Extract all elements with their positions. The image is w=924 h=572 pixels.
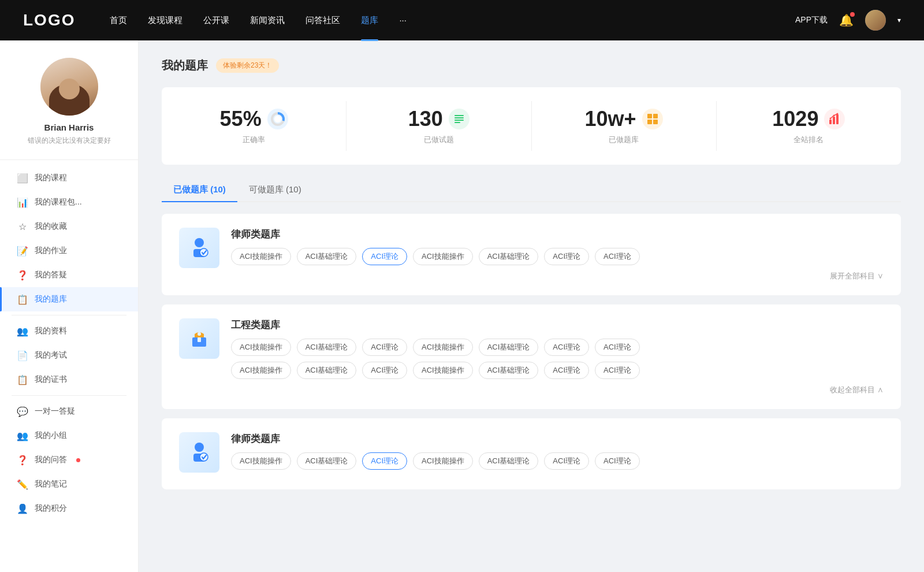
avatar[interactable] — [865, 10, 886, 31]
svg-rect-7 — [647, 114, 652, 118]
tag-aci-basic-theory-2[interactable]: ACI基础理论 — [479, 248, 539, 265]
qbank-tags-lawyer2: ACI技能操作 ACI基础理论 ACI理论 ACI技能操作 ACI基础理论 AC… — [231, 452, 884, 470]
eng-tag-6[interactable]: ACI理论 — [544, 339, 589, 356]
nav-links: 首页 发现课程 公开课 新闻资讯 问答社区 题库 ··· — [110, 15, 795, 26]
sidebar-label-my-course: 我的课程 — [35, 173, 67, 183]
l2-tag-6[interactable]: ACI理论 — [544, 452, 589, 470]
nav-qbank[interactable]: 题库 — [361, 15, 378, 26]
logo: LOGO — [23, 11, 75, 29]
chat-icon: 💬 — [17, 406, 28, 417]
tag-aci-theory-active[interactable]: ACI理论 — [362, 248, 407, 265]
qbank-icon-lawyer2 — [179, 432, 219, 473]
sidebar-label-my-exam: 我的考试 — [35, 350, 67, 361]
question-icon: ❓ — [17, 455, 28, 465]
sidebar-item-my-favorite[interactable]: ☆ 我的收藏 — [0, 214, 138, 239]
eng-tag-4[interactable]: ACI技能操作 — [413, 339, 473, 356]
sidebar-item-my-questions[interactable]: ❓ 我的问答 — [0, 448, 138, 472]
sidebar-label-my-questions: 我的问答 — [35, 455, 67, 465]
qbank-expand-lawyer1[interactable]: 展开全部科目 ∨ — [231, 271, 884, 281]
eng-tag-7[interactable]: ACI理论 — [595, 339, 640, 356]
stat-done-banks-label: 已做题库 — [609, 135, 639, 145]
chevron-down-icon[interactable]: ▾ — [897, 16, 901, 24]
list-icon — [449, 109, 470, 129]
nav-qa[interactable]: 问答社区 — [305, 15, 340, 26]
svg-point-25 — [200, 453, 208, 461]
notification-bell[interactable]: 🔔 — [839, 13, 854, 27]
notes-icon: ✏️ — [17, 479, 28, 489]
course-icon: ⬜ — [17, 173, 28, 183]
stat-done-banks: 10w+ 已做题库 — [532, 101, 717, 151]
navbar: LOGO 首页 发现课程 公开课 新闻资讯 问答社区 题库 ··· APP下载 … — [0, 0, 924, 40]
svg-rect-9 — [647, 120, 652, 124]
sidebar-menu: ⬜ 我的课程 📊 我的课程包... ☆ 我的收藏 📝 我的作业 ❓ 我的答疑 📋 — [0, 160, 138, 526]
l2-tag-4[interactable]: ACI技能操作 — [413, 452, 473, 470]
qbank-content-lawyer2: 律师类题库 ACI技能操作 ACI基础理论 ACI理论 ACI技能操作 ACI基… — [231, 432, 884, 476]
qbank-card-lawyer2: 律师类题库 ACI技能操作 ACI基础理论 ACI理论 ACI技能操作 ACI基… — [162, 418, 901, 489]
tag-aci-tech-op-2[interactable]: ACI技能操作 — [413, 248, 473, 265]
tag-aci-tech-op[interactable]: ACI技能操作 — [231, 248, 291, 265]
qbank-icon: 📋 — [17, 294, 28, 304]
eng-tag-9[interactable]: ACI基础理论 — [297, 362, 357, 379]
stat-rank: 1029 全站排名 — [717, 101, 901, 151]
sidebar-item-my-package[interactable]: 📊 我的课程包... — [0, 190, 138, 214]
sidebar-item-my-cert[interactable]: 📋 我的证书 — [0, 367, 138, 392]
tab-done[interactable]: 已做题库 (10) — [162, 179, 237, 201]
eng-tag-5[interactable]: ACI基础理论 — [479, 339, 539, 356]
sidebar-label-my-notes: 我的笔记 — [35, 479, 67, 489]
l2-tag-1[interactable]: ACI技能操作 — [231, 452, 291, 470]
sidebar-item-my-exam[interactable]: 📄 我的考试 — [0, 343, 138, 367]
qbank-name-lawyer2: 律师类题库 — [231, 432, 884, 445]
qbank-expand-engineer1[interactable]: 收起全部科目 ∧ — [231, 385, 884, 395]
stat-done-banks-row: 10w+ — [585, 107, 663, 131]
sidebar-label-one-on-one: 一对一答疑 — [35, 406, 75, 417]
sidebar-item-my-points[interactable]: 👤 我的积分 — [0, 496, 138, 521]
sidebar-item-my-qa[interactable]: ❓ 我的答疑 — [0, 263, 138, 287]
nav-discover[interactable]: 发现课程 — [148, 15, 182, 26]
sidebar-profile: Brian Harris 错误的决定比没有决定要好 — [0, 58, 138, 160]
stat-rank-row: 1029 — [772, 107, 845, 131]
eng-tag-2[interactable]: ACI基础理论 — [297, 339, 357, 356]
svg-point-2 — [274, 116, 281, 122]
nav-home[interactable]: 首页 — [110, 15, 127, 26]
sidebar-item-my-notes[interactable]: ✏️ 我的笔记 — [0, 472, 138, 496]
main-content: 我的题库 体验剩余23天！ 55% 正确率 — [139, 40, 924, 572]
profile-avatar — [40, 58, 98, 116]
nav-open[interactable]: 公开课 — [203, 15, 229, 26]
eng-tag-11[interactable]: ACI技能操作 — [413, 362, 473, 379]
eng-tag-14[interactable]: ACI理论 — [595, 362, 640, 379]
tag-aci-theory-2[interactable]: ACI理论 — [544, 248, 589, 265]
l2-tag-2[interactable]: ACI基础理论 — [297, 452, 357, 470]
eng-tag-10[interactable]: ACI理论 — [362, 362, 407, 379]
trial-badge: 体验剩余23天！ — [216, 58, 279, 73]
sidebar-item-my-qbank[interactable]: 📋 我的题库 — [0, 287, 138, 311]
nav-news[interactable]: 新闻资讯 — [250, 15, 285, 26]
sidebar-item-my-course[interactable]: ⬜ 我的课程 — [0, 166, 138, 190]
svg-point-17 — [195, 238, 204, 247]
svg-point-15 — [833, 115, 835, 117]
page-container: Brian Harris 错误的决定比没有决定要好 ⬜ 我的课程 📊 我的课程包… — [0, 40, 924, 572]
tag-aci-basic-theory[interactable]: ACI基础理论 — [297, 248, 357, 265]
sidebar-item-one-on-one[interactable]: 💬 一对一答疑 — [0, 399, 138, 424]
l2-tag-5[interactable]: ACI基础理论 — [479, 452, 539, 470]
eng-tag-3[interactable]: ACI理论 — [362, 339, 407, 356]
sidebar-divider-1 — [12, 315, 126, 315]
l2-tag-7[interactable]: ACI理论 — [595, 452, 640, 470]
sidebar: Brian Harris 错误的决定比没有决定要好 ⬜ 我的课程 📊 我的课程包… — [0, 40, 139, 572]
qbank-icon-lawyer — [179, 228, 219, 268]
eng-tag-1[interactable]: ACI技能操作 — [231, 339, 291, 356]
tab-todo[interactable]: 可做题库 (10) — [237, 179, 313, 201]
bar-chart-icon — [824, 109, 845, 129]
tag-aci-theory-3[interactable]: ACI理论 — [595, 248, 640, 265]
svg-rect-22 — [198, 337, 201, 342]
qbank-tags-engineer1-row2: ACI技能操作 ACI基础理论 ACI理论 ACI技能操作 ACI基础理论 AC… — [231, 362, 884, 379]
eng-tag-13[interactable]: ACI理论 — [544, 362, 589, 379]
sidebar-item-my-profile[interactable]: 👥 我的资料 — [0, 319, 138, 343]
app-download-button[interactable]: APP下载 — [795, 15, 828, 25]
l2-tag-3-active[interactable]: ACI理论 — [362, 452, 407, 470]
nav-more[interactable]: ··· — [399, 15, 407, 26]
eng-tag-8[interactable]: ACI技能操作 — [231, 362, 291, 379]
sidebar-item-my-group[interactable]: 👥 我的小组 — [0, 424, 138, 448]
eng-tag-12[interactable]: ACI基础理论 — [479, 362, 539, 379]
svg-point-19 — [200, 248, 208, 257]
sidebar-item-my-homework[interactable]: 📝 我的作业 — [0, 239, 138, 263]
